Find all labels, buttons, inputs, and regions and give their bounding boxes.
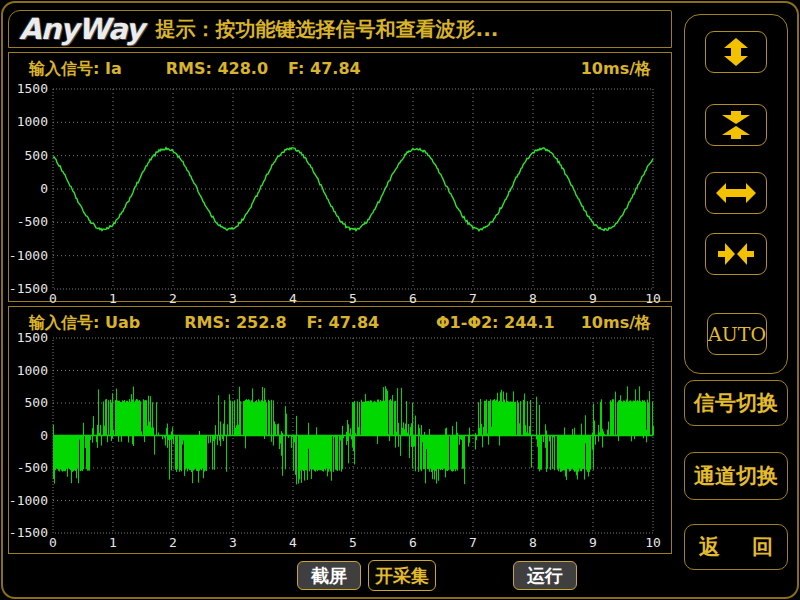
svg-text:0: 0	[40, 181, 48, 196]
scale-y-expand-button[interactable]	[705, 31, 767, 73]
waveform-panel-uab: 输入信号: Uab RMS: 252.8 F: 47.84 Φ1-Φ2: 244…	[8, 306, 672, 554]
svg-text:6: 6	[409, 291, 417, 303]
expand-horizontal-icon	[716, 179, 756, 207]
run-button[interactable]: 运行	[513, 561, 577, 590]
svg-text:5: 5	[349, 535, 357, 550]
svg-text:8: 8	[529, 291, 537, 303]
svg-text:-1000: -1000	[9, 248, 48, 263]
back-label-right: 回	[752, 533, 773, 561]
svg-text:0: 0	[49, 291, 57, 303]
svg-text:1: 1	[109, 535, 117, 550]
svg-text:-500: -500	[17, 460, 48, 475]
start-capture-button-label: 开采集	[375, 564, 429, 588]
compress-horizontal-icon	[716, 240, 756, 268]
svg-text:10: 10	[645, 291, 661, 303]
screenshot-button[interactable]: 截屏	[297, 561, 361, 590]
scale-y-compress-button[interactable]	[705, 104, 767, 146]
svg-text:9: 9	[589, 291, 597, 303]
svg-text:0: 0	[40, 428, 48, 443]
auto-button-label: AUTO	[708, 323, 766, 345]
svg-text:1500: 1500	[17, 330, 48, 345]
svg-text:1000: 1000	[17, 114, 48, 129]
svg-text:10: 10	[645, 535, 661, 550]
screenshot-button-label: 截屏	[311, 564, 347, 588]
uab-waveform-plot: 150010005000-500-1000-1500012345678910	[9, 307, 673, 555]
svg-text:4: 4	[289, 291, 297, 303]
svg-text:7: 7	[469, 291, 477, 303]
svg-text:3: 3	[229, 291, 237, 303]
expand-vertical-icon	[716, 38, 756, 66]
auto-scale-button[interactable]: AUTO	[707, 313, 767, 355]
waveform-panel-ia: 输入信号: Ia RMS: 428.0 F: 47.84 10ms/格 1500…	[8, 52, 672, 302]
svg-text:1: 1	[109, 291, 117, 303]
svg-text:-1500: -1500	[9, 281, 48, 296]
svg-text:1000: 1000	[17, 363, 48, 378]
svg-text:8: 8	[529, 535, 537, 550]
svg-text:500: 500	[25, 395, 48, 410]
svg-text:6: 6	[409, 535, 417, 550]
run-button-label: 运行	[527, 564, 563, 588]
svg-text:500: 500	[25, 148, 48, 163]
start-capture-button[interactable]: 开采集	[368, 560, 436, 591]
scale-x-expand-button[interactable]	[705, 172, 767, 214]
back-label-left: 返	[699, 533, 720, 561]
svg-text:7: 7	[469, 535, 477, 550]
svg-text:5: 5	[349, 291, 357, 303]
svg-text:2: 2	[169, 291, 177, 303]
scale-button-group: AUTO	[684, 14, 788, 374]
svg-text:-500: -500	[17, 214, 48, 229]
compress-vertical-icon	[716, 111, 756, 139]
status-hint-text: 提示：按功能键选择信号和查看波形...	[156, 16, 499, 43]
channel-switch-label: 通道切换	[694, 462, 778, 490]
signal-switch-label: 信号切换	[694, 389, 778, 417]
anyway-logo: AnyWay	[9, 15, 144, 44]
ia-waveform-plot: 150010005000-500-1000-1500012345678910	[9, 53, 673, 303]
svg-text:2: 2	[169, 535, 177, 550]
signal-switch-button[interactable]: 信号切换	[684, 380, 788, 426]
scale-x-compress-button[interactable]	[705, 233, 767, 275]
svg-text:9: 9	[589, 535, 597, 550]
svg-text:3: 3	[229, 535, 237, 550]
svg-text:-1000: -1000	[9, 493, 48, 508]
svg-text:-1500: -1500	[9, 525, 48, 540]
channel-switch-button[interactable]: 通道切换	[684, 452, 788, 500]
svg-text:0: 0	[49, 535, 57, 550]
back-button[interactable]: 返 回	[684, 524, 788, 570]
status-bar: AnyWay 提示：按功能键选择信号和查看波形...	[8, 10, 672, 48]
svg-text:1500: 1500	[17, 81, 48, 96]
svg-text:4: 4	[289, 535, 297, 550]
